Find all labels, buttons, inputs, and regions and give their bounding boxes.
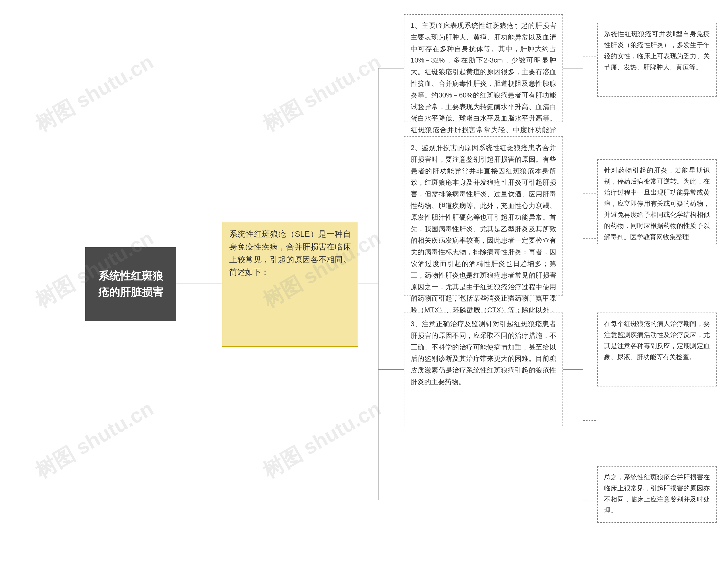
- right-node-2: 2、鉴别肝损害的原因系统性红斑狼疮患者合并肝损害时，要注意鉴别引起肝损害的原因。…: [404, 136, 563, 295]
- watermark-6: 树图 shutu.cn: [258, 395, 386, 484]
- right-node-3: 3、注意正确治疗及监测针对引起红斑狼疮患者肝损害的原因不同，应采取不同的治疗措施…: [404, 312, 563, 426]
- right-node-3-sub2: 总之，系统性红斑狼疮合并肝损害在临床上很常见，引起肝损害的原因亦不相同，临床上应…: [597, 466, 717, 523]
- watermark-1: 树图 shutu.cn: [30, 48, 158, 138]
- right-node-2-sub: 针对药物引起的肝炎，若能早期识别，停药后病变常可逆转。为此，在治疗过程中一旦出现…: [597, 159, 717, 245]
- mid-node: 系统性红斑狼疮（SLE）是一种自身免疫性疾病，合并肝损害在临床上较常见，引起的原…: [222, 222, 358, 347]
- central-node: 系统性红斑狼疮的肝脏损害: [85, 247, 176, 321]
- mind-map-container: 树图 shutu.cn 树图 shutu.cn 树图 shutu.cn 树图 s…: [0, 0, 728, 568]
- watermark-5: 树图 shutu.cn: [30, 395, 158, 484]
- watermark-2: 树图 shutu.cn: [258, 48, 386, 138]
- right-node-3-sub1: 在每个红斑狼疮的病人治疗期间，要注意监测疾病活动性及治疗反应，尤其是注意各种毒副…: [597, 312, 717, 386]
- right-node-1-sub: 系统性红斑狼疮可并发Ⅱ型自身免疫性肝炎（狼疮性肝炎），多发生于年轻的女性，临床上…: [597, 23, 717, 97]
- right-node-1: 1、主要临床表现系统性红斑狼疮引起的肝损害主要表现为肝肿大、黄疸、肝功能异常以及…: [404, 14, 563, 122]
